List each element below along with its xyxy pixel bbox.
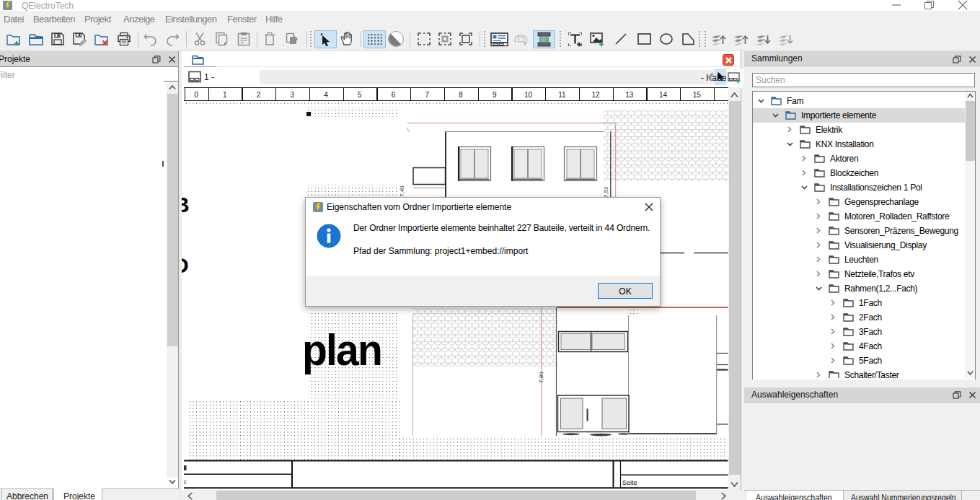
- svg-text:n:: n:: [184, 478, 187, 486]
- svg-text:7,80: 7,80: [538, 372, 544, 383]
- svg-text:Seite: Seite: [622, 479, 637, 486]
- svg-text:7,40: 7,40: [399, 185, 405, 197]
- svg-text:7,52: 7,52: [603, 186, 609, 198]
